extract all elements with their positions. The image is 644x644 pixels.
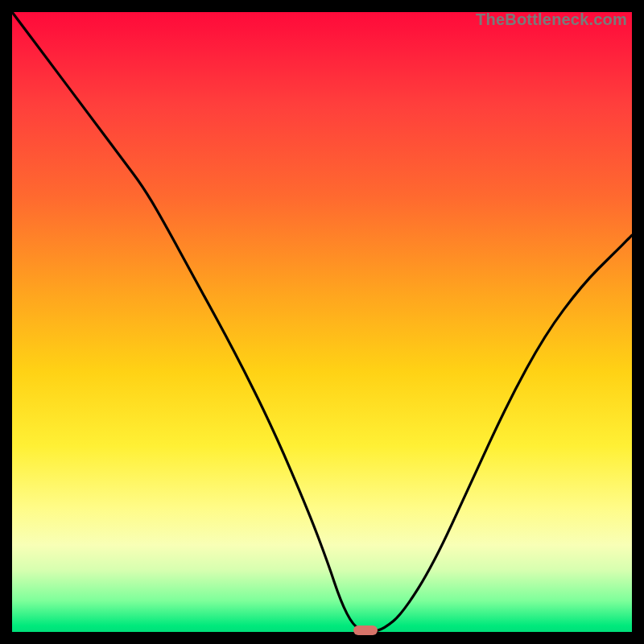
- minimum-marker-pill: [353, 625, 378, 635]
- curve-path: [12, 12, 632, 632]
- chart-frame: TheBottleneck.com: [12, 12, 632, 632]
- bottleneck-curve: [12, 12, 632, 632]
